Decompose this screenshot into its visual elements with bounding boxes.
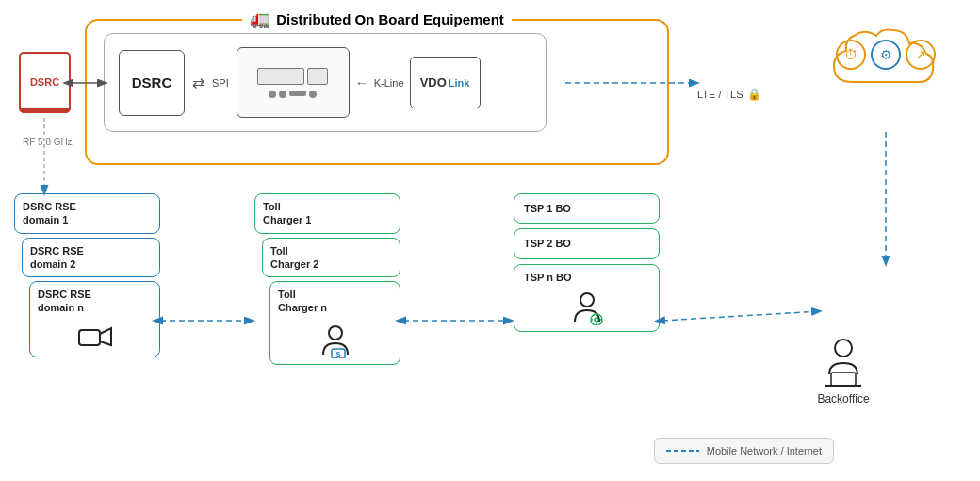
domain-box-3: DSRC RSEdomain n [29, 281, 160, 357]
tsp-box-2: TSP 2 BO [514, 228, 660, 258]
toll-person-icon: $ [318, 324, 352, 358]
toll-person-container: $ [278, 324, 392, 358]
vdo-label: VDO [420, 75, 447, 90]
obu-btn-rect [289, 91, 306, 96]
tsp-group: TSP 1 BO TSP 2 BO TSP n BO [514, 193, 660, 332]
toll-group: TollCharger 1 TollCharger 2 TollCharger … [254, 193, 400, 365]
toll-box-2: TollCharger 2 [262, 238, 400, 278]
dsrc-red-bar [21, 108, 69, 113]
rf-label: RF 5,8 GHz [23, 137, 73, 147]
processor-icon: ⚙ [871, 40, 901, 70]
truck-icon: 🚛 [250, 8, 270, 29]
diagram-container: 🚛 Distributed On Board Equipement DSRC D… [0, 0, 980, 481]
tsp-n-label: TSP n BO [524, 271, 649, 284]
obu-btn-3 [309, 91, 317, 98]
domain-2-label: DSRC RSEdomain 2 [30, 245, 84, 270]
toll-2-label: TollCharger 2 [270, 245, 318, 270]
dobe-title: 🚛 Distributed On Board Equipement [242, 8, 512, 29]
svg-point-0 [835, 340, 852, 357]
camera-icon [77, 324, 113, 351]
dobe-label: Distributed On Board Equipement [276, 11, 504, 27]
toll-box-1: TollCharger 1 [254, 193, 400, 234]
dsrc-outer-box: DSRC [19, 52, 71, 113]
obu-box [237, 47, 350, 118]
lock-icon: 🔒 [747, 88, 761, 101]
cloud-container: ⏱ ⚙ ↗ [825, 21, 956, 143]
dsrc-inner-label: DSRC [132, 75, 172, 91]
camera-icon-container [38, 324, 152, 351]
tsp-1-label: TSP 1 BO [524, 203, 571, 214]
laptop-icon [810, 337, 876, 389]
svg-point-5 [329, 326, 342, 340]
lte-label-text: LTE / TLS [697, 89, 743, 100]
tsp-box-n: TSP n BO [514, 264, 660, 332]
legend-box: Mobile Network / Internet [654, 438, 834, 464]
vdo-box: VDO Link [410, 57, 481, 108]
obu-screen-small [307, 68, 328, 85]
toll-1-label: TollCharger 1 [263, 201, 311, 225]
tsp-box-1: TSP 1 BO [514, 193, 660, 224]
export-icon: ↗ [906, 40, 936, 70]
vdo-top: VDO Link [420, 75, 470, 90]
cloud-icons-row: ⏱ ⚙ ↗ [836, 40, 936, 70]
svg-text:$: $ [335, 350, 340, 358]
obu-btn-1 [269, 91, 276, 98]
svg-marker-4 [100, 328, 111, 345]
dsrc-outer-label: DSRC [30, 76, 59, 88]
kline-label: K-Line [374, 77, 404, 89]
obu-btn-2 [279, 91, 286, 98]
domain-box-1: DSRC RSEdomain 1 [14, 193, 160, 234]
toll-n-label: TollCharger n [278, 288, 392, 315]
tsp-person-icon [570, 291, 604, 325]
svg-line-22 [662, 311, 820, 321]
domain-1-label: DSRC RSEdomain 1 [23, 201, 76, 225]
obu-screen-main [257, 68, 304, 85]
backoffice-area: Backoffice [810, 337, 876, 406]
inner-gray-box: DSRC ⇄ SPI ← K-Line VDO Link [104, 33, 547, 132]
svg-rect-3 [79, 330, 100, 345]
tsp-person-container [524, 291, 649, 325]
obu-kline-arrow: ← [355, 75, 368, 91]
legend-label: Mobile Network / Internet [707, 444, 822, 457]
domain-3-label: DSRC RSEdomain n [38, 288, 152, 315]
toll-box-3: TollCharger n $ [270, 281, 400, 365]
lte-label: LTE / TLS 🔒 [697, 88, 761, 101]
tsp-2-label: TSP 2 BO [524, 238, 571, 249]
legend-dashed-line [666, 445, 699, 456]
dsrc-spi-arrow: ⇄ [192, 74, 204, 91]
rf-label-text: RF 5,8 GHz [23, 137, 73, 147]
svg-point-8 [580, 293, 594, 307]
history-icon: ⏱ [836, 40, 866, 70]
backoffice-label: Backoffice [817, 392, 869, 406]
svg-point-10 [595, 318, 598, 322]
domain-box-2: DSRC RSEdomain 2 [22, 238, 160, 278]
spi-label: SPI [212, 77, 229, 89]
dsrc-inner-box: DSRC [119, 50, 185, 116]
svg-rect-1 [831, 373, 856, 386]
domain-group: DSRC RSEdomain 1 DSRC RSEdomain 2 DSRC R… [14, 193, 160, 357]
